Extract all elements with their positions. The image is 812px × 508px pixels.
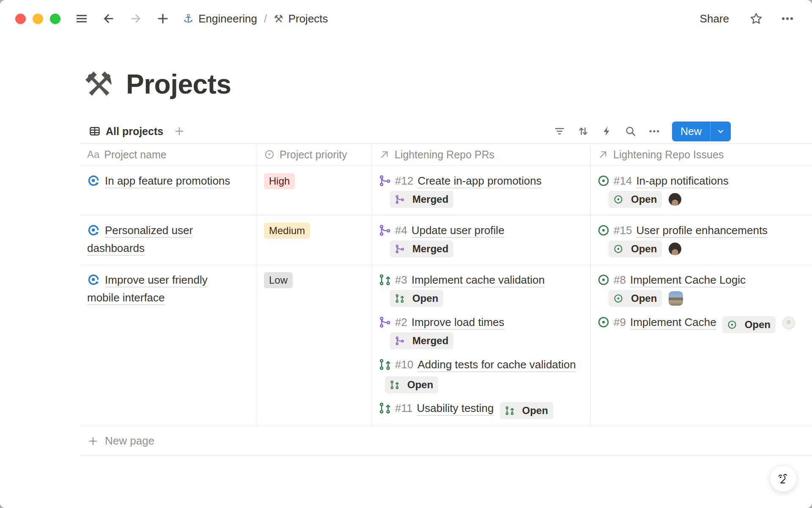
project-icon <box>87 174 100 187</box>
more-dots-icon <box>780 11 795 26</box>
status-chip: Open <box>390 290 443 307</box>
filter-button[interactable] <box>550 122 569 141</box>
status-chip: Open <box>609 290 662 307</box>
star-favorite-icon <box>749 11 763 26</box>
new-page-button[interactable] <box>154 10 171 27</box>
column-header-priority[interactable]: Project priority <box>257 144 372 166</box>
add-view-button[interactable] <box>171 123 188 140</box>
table-view-icon <box>89 125 101 137</box>
column-header-prs[interactable]: Lightening Repo PRs <box>372 144 591 166</box>
close-window-button[interactable] <box>15 14 26 24</box>
project-name-cell[interactable]: In app feature promotions <box>80 166 257 215</box>
anchor-icon: ⚓ <box>183 13 193 25</box>
project-page-link[interactable]: Personalized user dashboards <box>87 224 193 256</box>
breadcrumb-item-projects[interactable]: ⚒ Projects <box>270 11 331 27</box>
linked-item-link[interactable]: Implement Cache Logic <box>630 273 746 287</box>
repo-prs-cell[interactable]: #3Implement cache validation Open #2Impr… <box>372 265 591 426</box>
chevron-down-icon <box>716 126 726 136</box>
linked-item: #2Improve load times Merged <box>379 313 584 350</box>
project-name-cell[interactable]: Improve user friendly mobile interface <box>80 265 257 426</box>
git-merge-icon <box>395 244 404 254</box>
plus-icon <box>173 125 185 137</box>
repo-issues-cell[interactable]: #14In-app notifications Open <box>591 166 812 215</box>
zoom-window-button[interactable] <box>50 14 60 24</box>
status-chip: Open <box>609 240 662 257</box>
breadcrumb: ⚓ Engineering / ⚒ Projects <box>180 11 332 27</box>
plus-icon <box>87 435 99 447</box>
page-more-button[interactable] <box>779 10 796 27</box>
project-priority-cell[interactable]: Medium <box>257 215 372 265</box>
status-chip: Merged <box>390 332 453 349</box>
repo-prs-cell[interactable]: #4Update user profile Merged <box>372 215 591 265</box>
arrow-ne-icon <box>379 149 390 160</box>
repo-issues-cell[interactable]: #15User profile enhancements Open <box>591 215 812 265</box>
share-button[interactable]: Share <box>696 10 733 28</box>
status-chip: Merged <box>390 240 453 257</box>
linked-item-link[interactable]: Usability testing <box>417 402 494 416</box>
linked-item: #10Adding tests for cache validationOpen <box>379 356 584 393</box>
issue-opened-icon <box>598 175 609 187</box>
forward-arrow-icon <box>129 12 143 25</box>
page-icon-hammer-wrench[interactable]: ⚒ <box>84 68 113 101</box>
notion-ai-face-icon <box>776 471 790 486</box>
linked-item-link[interactable]: Implement cache validation <box>411 273 545 287</box>
breadcrumb-item-engineering[interactable]: ⚓ Engineering <box>180 11 261 27</box>
back-button[interactable] <box>100 10 117 27</box>
linked-item: #8Implement Cache Logic Open <box>598 271 805 307</box>
project-priority-cell[interactable]: Low <box>257 265 372 426</box>
linked-item-link[interactable]: Improve load times <box>411 316 505 330</box>
notion-window: ⚓ Engineering / ⚒ Projects Share ⚒ Proje… <box>0 0 812 508</box>
view-more-button[interactable] <box>645 122 664 141</box>
automations-button[interactable] <box>598 122 616 141</box>
linked-item-link[interactable]: Update user profile <box>411 224 505 238</box>
assignee-dark-avatar <box>669 193 681 206</box>
git-merge-icon <box>379 316 391 328</box>
new-record-label[interactable]: New <box>672 121 710 141</box>
project-page-link[interactable]: Improve user friendly mobile interface <box>87 273 208 305</box>
notion-ai-button[interactable] <box>770 465 797 492</box>
issue-opened-icon <box>614 195 623 204</box>
linked-item-link[interactable]: Create in-app promotions <box>417 174 541 188</box>
back-arrow-icon <box>102 12 115 25</box>
git-merge-icon <box>395 336 404 345</box>
git-merge-icon <box>379 175 391 187</box>
repo-prs-cell[interactable]: #12Create in-app promotions Merged <box>372 166 591 215</box>
linked-item-link[interactable]: Implement Cache <box>630 316 716 330</box>
repo-issues-cell[interactable]: #8Implement Cache Logic Open #9Implement… <box>591 265 812 426</box>
view-tab-all-projects[interactable]: All projects <box>89 125 163 138</box>
sidebar-menu-button[interactable] <box>73 10 90 27</box>
assignee-sketch-avatar <box>782 317 795 329</box>
column-header-name[interactable]: AaProject name <box>80 144 257 166</box>
favorite-button[interactable] <box>748 10 765 27</box>
issue-opened-icon <box>598 224 609 236</box>
project-page-link[interactable]: In app feature promotions <box>105 174 230 188</box>
issue-opened-icon <box>614 244 623 254</box>
linked-item-link[interactable]: Adding tests for cache validation <box>417 358 576 372</box>
issue-opened-icon <box>614 294 623 303</box>
sort-button[interactable] <box>574 122 593 141</box>
git-pull-request-icon <box>505 406 514 415</box>
search-button[interactable] <box>621 122 640 141</box>
linked-item-link[interactable]: User profile enhancements <box>636 224 768 238</box>
project-priority-cell[interactable]: High <box>257 166 372 215</box>
forward-button[interactable] <box>127 10 144 27</box>
arrow-ne-icon <box>598 149 609 160</box>
breadcrumb-label: Engineering <box>198 12 257 25</box>
project-name-cell[interactable]: Personalized user dashboards <box>80 215 257 265</box>
new-record-dropdown[interactable] <box>710 121 731 141</box>
project-icon <box>87 224 100 237</box>
linked-item-link[interactable]: In-app notifications <box>636 174 728 188</box>
new-page-row[interactable]: New page <box>80 426 812 456</box>
window-titlebar: ⚓ Engineering / ⚒ Projects Share <box>0 0 812 37</box>
breadcrumb-separator: / <box>264 12 267 25</box>
column-header-label: Lightening Repo Issues <box>613 149 724 161</box>
page-title[interactable]: Projects <box>126 69 231 100</box>
minimize-window-button[interactable] <box>33 14 43 24</box>
plus-icon <box>156 12 170 25</box>
linked-item: #15User profile enhancements Open <box>598 221 805 258</box>
new-record-button[interactable]: New <box>672 121 731 141</box>
table-header-row: AaProject nameProject priorityLightening… <box>80 143 812 166</box>
project-icon <box>87 273 100 286</box>
column-header-issues[interactable]: Lightening Repo Issues <box>591 144 812 166</box>
projects-table: AaProject nameProject priorityLightening… <box>80 143 812 456</box>
